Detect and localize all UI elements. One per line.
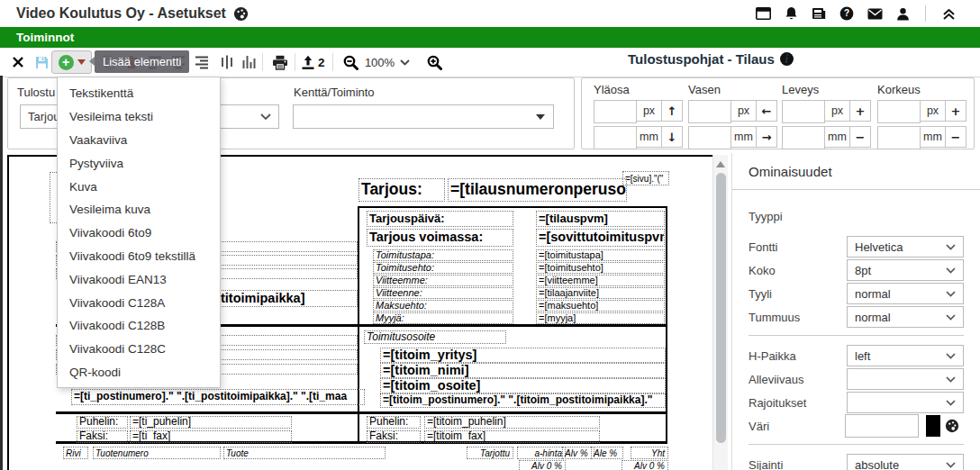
- add-element-button[interactable]: +: [51, 50, 92, 74]
- field[interactable]: =[tilauspvm]: [536, 211, 665, 227]
- label[interactable]: Toimitusehto:: [373, 262, 513, 274]
- menu-item-vesileima-kuva[interactable]: Vesileima kuva: [58, 198, 220, 221]
- label[interactable]: Viitteemme:: [373, 275, 513, 286]
- label[interactable]: Faksi:: [367, 430, 421, 443]
- field[interactable]: =[titoim_fax]: [424, 430, 600, 443]
- rajoitukset-select[interactable]: [847, 392, 964, 413]
- col-header[interactable]: Tarjottu: [467, 447, 513, 459]
- menu-item-viivakoodi-ean13[interactable]: Viivakoodi EAN13: [58, 267, 220, 291]
- leveys-px-button[interactable]: +: [850, 100, 871, 122]
- menu-item-pystyviiva[interactable]: Pystyviiva: [58, 151, 220, 175]
- scroll-up-icon[interactable]: [716, 161, 725, 167]
- label[interactable]: Maksuehto:: [373, 300, 513, 312]
- alleviivaus-select[interactable]: [847, 368, 964, 390]
- vasen-px-button[interactable]: ←: [757, 100, 777, 122]
- order-number-field[interactable]: =[tilausnumeronperusosa: [448, 178, 627, 202]
- col-header[interactable]: Alv 0 %: [519, 460, 566, 470]
- menu-item-viivakoodi-6to9[interactable]: Viivakoodi 6to9: [58, 221, 220, 245]
- color-input[interactable]: [845, 414, 919, 438]
- field[interactable]: =[ti_postinumero]." ".[ti_postitoimipaik…: [71, 389, 365, 405]
- actions-menubar[interactable]: Toiminnot: [0, 27, 980, 48]
- save-icon[interactable]: [31, 50, 52, 74]
- print-icon[interactable]: [269, 50, 291, 74]
- fontti-select[interactable]: Helvetica: [847, 236, 964, 258]
- menu-item-qr-koodi[interactable]: QR-koodi: [58, 361, 220, 384]
- palette-icon[interactable]: [233, 6, 249, 22]
- yl-osa-px-button[interactable]: ↑: [662, 100, 683, 122]
- h-paikka-select[interactable]: left: [847, 345, 964, 366]
- menu-item-vesileima-teksti[interactable]: Vesileima teksti: [58, 105, 220, 129]
- label[interactable]: Viitteenne:: [373, 287, 513, 299]
- leveys-mm-input[interactable]: [782, 126, 825, 149]
- field-function-dropdown-button[interactable]: [528, 105, 553, 128]
- menu-item-kuva[interactable]: Kuva: [58, 175, 220, 198]
- scrollbar-thumb[interactable]: [716, 173, 726, 443]
- field[interactable]: =[ti_fax]: [130, 430, 292, 443]
- tummuus-select[interactable]: normal: [847, 306, 964, 328]
- field-function-combobox[interactable]: [293, 104, 554, 129]
- vasen-px-input[interactable]: [688, 100, 731, 123]
- zoom-in-icon[interactable]: [423, 50, 445, 74]
- field[interactable]: =[titoim_puhelin]: [424, 416, 600, 429]
- field[interactable]: =[ti_puhelin]: [130, 416, 292, 429]
- user-icon[interactable]: [894, 5, 911, 22]
- field[interactable]: =[titoim_yritys]: [380, 348, 666, 363]
- koko-select[interactable]: 8pt: [847, 259, 964, 281]
- vasen-mm-button[interactable]: →: [757, 126, 777, 148]
- label[interactable]: Puhelin:: [367, 416, 421, 429]
- col-header[interactable]: Alv %: [562, 447, 594, 459]
- label[interactable]: Faksi:: [77, 430, 128, 443]
- korkeus-mm-input[interactable]: [877, 126, 921, 149]
- label[interactable]: Tarjous voimassa:: [367, 229, 513, 247]
- label[interactable]: Puhelin:: [77, 416, 128, 429]
- menu-item-viivakoodi-c128c[interactable]: Viivakoodi C128C: [58, 338, 220, 361]
- leveys-mm-button[interactable]: −: [850, 126, 871, 148]
- korkeus-px-button[interactable]: +: [946, 100, 966, 122]
- col-header[interactable]: Tuote: [223, 447, 386, 459]
- label[interactable]: Tarjouspäivä:: [367, 211, 513, 227]
- field[interactable]: =[toimitustapa]: [536, 249, 665, 261]
- menu-item-viivakoodi-6to9-tekstill[interactable]: Viivakoodi 6to9 tekstillä: [58, 245, 220, 268]
- vasen-mm-input[interactable]: [688, 126, 731, 149]
- korkeus-px-input[interactable]: [877, 100, 921, 123]
- col-header[interactable]: Alv 0 %: [622, 460, 668, 470]
- col-header[interactable]: Yht: [631, 447, 668, 459]
- collapse-icon[interactable]: [940, 5, 957, 22]
- align-right-icon[interactable]: [191, 50, 213, 74]
- bar-chart-icon[interactable]: [238, 50, 259, 74]
- field[interactable]: =[maksuehto]: [536, 300, 665, 312]
- col-header[interactable]: a-hinta: [517, 447, 566, 459]
- menu-item-vaakaviiva[interactable]: Vaakaviiva: [58, 129, 220, 152]
- notifications-icon[interactable]: [783, 5, 799, 22]
- window-icon[interactable]: [755, 5, 771, 22]
- distribute-vertical-icon[interactable]: [216, 50, 238, 74]
- yl-osa-mm-button[interactable]: ↓: [662, 126, 683, 148]
- col-header[interactable]: Ale %: [591, 447, 623, 459]
- label[interactable]: Toimitustapa:: [373, 249, 513, 261]
- col-header[interactable]: Rivi: [63, 447, 88, 459]
- field[interactable]: =[toimitusehto]: [536, 262, 665, 274]
- field[interactable]: =[titoim_nimi]: [380, 363, 666, 378]
- leveys-px-input[interactable]: [782, 100, 825, 123]
- mail-icon[interactable]: [867, 5, 883, 22]
- yl-osa-px-input[interactable]: [594, 100, 637, 123]
- menu-item-viivakoodi-c128b[interactable]: Viivakoodi C128B: [58, 314, 220, 338]
- tyyli-select[interactable]: normal: [847, 283, 964, 304]
- color-palette-icon[interactable]: [940, 415, 964, 437]
- label[interactable]: Myyjä:: [373, 312, 513, 324]
- sijainti-select[interactable]: absolute: [847, 454, 964, 470]
- korkeus-mm-button[interactable]: −: [946, 126, 966, 148]
- color-swatch[interactable]: [926, 415, 940, 437]
- field[interactable]: =[myyja]: [536, 312, 665, 324]
- zoom-level-select[interactable]: 100%: [361, 52, 413, 72]
- field[interactable]: =[tilaajanviite]: [536, 287, 665, 299]
- field[interactable]: =[sovittutoimituspvm]: [536, 229, 665, 247]
- col-header[interactable]: Tuotenumero: [93, 447, 221, 459]
- order-title-label[interactable]: Tarjous:: [358, 178, 445, 202]
- menu-item-viivakoodi-c128a[interactable]: Viivakoodi C128A: [58, 291, 220, 314]
- page-number-field[interactable]: =[sivu]."(": [622, 171, 669, 185]
- yl-osa-mm-input[interactable]: [594, 126, 637, 149]
- info-icon[interactable]: i: [780, 52, 794, 66]
- news-icon[interactable]: [811, 5, 827, 22]
- field[interactable]: =[viitteemme]: [536, 275, 665, 286]
